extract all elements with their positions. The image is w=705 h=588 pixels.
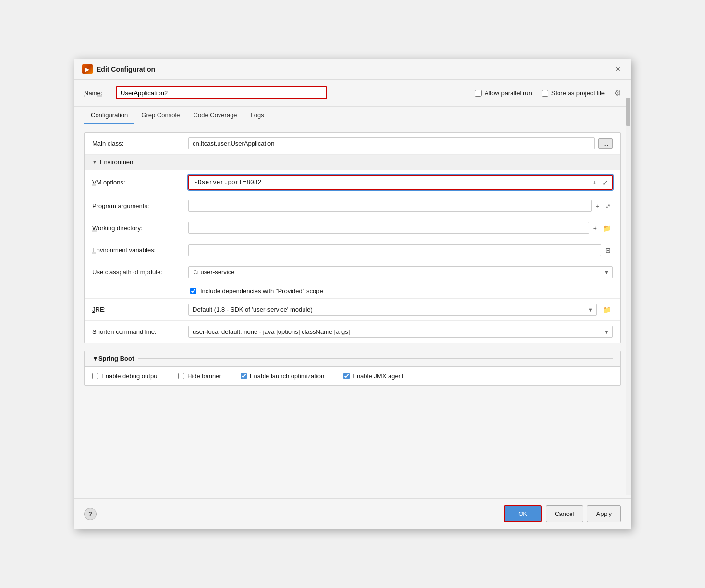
allow-parallel-run-option[interactable]: Allow parallel run: [475, 89, 532, 97]
program-args-expand-icon[interactable]: ⤢: [603, 201, 613, 211]
environment-section-label: Environment: [100, 159, 135, 166]
vm-options-row: VM options: + ⤢: [85, 170, 620, 195]
enable-launch-checkbox[interactable]: [241, 373, 247, 379]
working-directory-value: + 📁: [188, 222, 613, 234]
help-button[interactable]: ?: [84, 508, 97, 520]
tab-code-coverage[interactable]: Code Coverage: [187, 107, 244, 124]
store-as-project-option[interactable]: Store as project file: [542, 89, 605, 97]
main-class-input[interactable]: [188, 137, 595, 149]
vm-options-expand-icon[interactable]: ⤢: [600, 178, 610, 187]
bottom-right-buttons: OK Cancel Apply: [504, 505, 621, 522]
program-arguments-row: Program arguments: + ⤢: [85, 195, 620, 217]
program-args-add-icon[interactable]: +: [594, 201, 601, 211]
ok-button[interactable]: OK: [504, 505, 542, 522]
environment-variables-value: ⊞: [188, 244, 613, 256]
working-dir-add-icon[interactable]: +: [591, 223, 599, 233]
main-class-row: Main class: ...: [85, 133, 620, 155]
classpath-select[interactable]: 🗂 user-service: [188, 266, 613, 278]
dialog-title: Edit Configuration: [97, 65, 155, 73]
vm-options-add-icon[interactable]: +: [591, 178, 598, 187]
env-vars-label-text: Environment variables:: [92, 246, 156, 254]
enable-jmx-checkbox[interactable]: [343, 373, 350, 379]
cancel-button[interactable]: Cancel: [546, 505, 583, 522]
name-label: Name:: [84, 89, 108, 97]
hide-banner-checkbox[interactable]: [178, 373, 184, 379]
working-directory-input[interactable]: [188, 222, 589, 234]
include-dependencies-label[interactable]: Include dependencies with "Provided" sco…: [200, 287, 323, 294]
shorten-cmd-select[interactable]: user-local default: none - java [options…: [188, 326, 613, 338]
program-arguments-value: + ⤢: [188, 200, 613, 212]
jre-folder-icon[interactable]: 📁: [601, 305, 613, 315]
enable-launch-option[interactable]: Enable launch optimization: [241, 372, 324, 380]
main-class-browse-button[interactable]: ...: [598, 138, 613, 149]
allow-parallel-run-label: Allow parallel run: [485, 89, 532, 97]
jre-label-text: JRE:: [92, 306, 106, 313]
scrollbar[interactable]: [626, 98, 631, 495]
allow-parallel-run-checkbox[interactable]: [475, 90, 482, 97]
vm-options-input-wrapper: + ⤢: [188, 175, 613, 190]
environment-variables-row: Environment variables: ⊞: [85, 239, 620, 261]
classpath-label: Use classpath of module:: [92, 269, 188, 276]
jre-select[interactable]: Default (1.8 - SDK of 'user-service' mod…: [188, 304, 597, 316]
classpath-row: Use classpath of module: 🗂 user-service …: [85, 261, 620, 283]
enable-debug-checkbox[interactable]: [92, 373, 98, 379]
program-arguments-input[interactable]: [188, 200, 592, 212]
spring-boot-label: Spring Boot: [98, 355, 134, 362]
name-row: Name: Allow parallel run Store as projec…: [74, 80, 631, 107]
spring-boot-arrow-icon: ▼: [92, 355, 98, 362]
classpath-dropdown-wrapper: 🗂 user-service ▼: [188, 266, 613, 278]
store-as-project-checkbox[interactable]: [542, 90, 548, 97]
classpath-value: 🗂 user-service ▼: [188, 266, 613, 278]
bottom-bar: ? OK Cancel Apply: [74, 498, 631, 529]
enable-debug-option[interactable]: Enable debug output: [92, 372, 159, 380]
gear-icon[interactable]: ⚙: [614, 88, 621, 98]
jre-value: Default (1.8 - SDK of 'user-service' mod…: [188, 304, 613, 316]
jre-row: JRE: Default (1.8 - SDK of 'user-service…: [85, 299, 620, 321]
vm-options-input[interactable]: [191, 177, 589, 188]
hide-banner-option[interactable]: Hide banner: [178, 372, 221, 380]
shorten-command-line-value: user-local default: none - java [options…: [188, 326, 613, 338]
shorten-cmd-dropdown-wrapper: user-local default: none - java [options…: [188, 326, 613, 338]
spring-boot-divider: [138, 358, 613, 359]
working-directory-row: Working directory: + 📁: [85, 217, 620, 239]
app-icon: ▶: [82, 64, 93, 74]
tab-grep-console[interactable]: Grep Console: [134, 107, 186, 124]
vm-options-label-text: VM options:: [92, 179, 125, 186]
vm-options-value: + ⤢: [188, 175, 613, 190]
main-class-label: Main class:: [92, 140, 188, 147]
apply-button[interactable]: Apply: [587, 505, 621, 522]
shorten-cmd-label-text: Shorten command line:: [92, 328, 157, 335]
main-class-value: ...: [188, 137, 613, 149]
name-input[interactable]: [116, 86, 327, 99]
include-dependencies-row: Include dependencies with "Provided" sco…: [85, 283, 620, 299]
vm-options-label: VM options:: [92, 179, 188, 186]
scrollbar-thumb[interactable]: [626, 98, 630, 126]
environment-divider: [139, 162, 613, 162]
enable-jmx-option[interactable]: Enable JMX agent: [343, 372, 403, 380]
environment-variables-input[interactable]: [188, 244, 601, 256]
working-dir-label-text: Working directory:: [92, 224, 143, 232]
spring-boot-header[interactable]: ▼ Spring Boot: [85, 351, 620, 367]
enable-debug-label: Enable debug output: [101, 372, 159, 380]
content-area: Main class: ... ▼ Environment VM options…: [74, 124, 631, 498]
enable-jmx-label: Enable JMX agent: [352, 372, 403, 380]
close-button[interactable]: ×: [613, 64, 623, 74]
working-dir-folder-icon[interactable]: 📁: [601, 223, 613, 233]
title-bar: ▶ Edit Configuration ×: [74, 59, 631, 80]
include-dependencies-checkbox[interactable]: [190, 288, 196, 294]
name-options: Allow parallel run Store as project file…: [475, 88, 621, 98]
shorten-command-line-label: Shorten command line:: [92, 328, 188, 335]
hide-banner-label: Hide banner: [187, 372, 221, 380]
environment-variables-label: Environment variables:: [92, 246, 188, 254]
config-panel: Main class: ... ▼ Environment VM options…: [84, 132, 621, 343]
tab-configuration[interactable]: Configuration: [84, 107, 134, 124]
env-vars-table-icon[interactable]: ⊞: [603, 245, 613, 255]
program-arguments-label: Program arguments:: [92, 202, 188, 209]
environment-section-header[interactable]: ▼ Environment: [85, 155, 620, 170]
spring-boot-options: Enable debug output Hide banner Enable l…: [85, 367, 620, 385]
jre-label: JRE:: [92, 306, 188, 313]
tabs-bar: Configuration Grep Console Code Coverage…: [74, 107, 631, 124]
spring-boot-section: ▼ Spring Boot Enable debug output Hide b…: [84, 351, 621, 386]
enable-launch-label: Enable launch optimization: [250, 372, 324, 380]
tab-logs[interactable]: Logs: [244, 107, 271, 124]
